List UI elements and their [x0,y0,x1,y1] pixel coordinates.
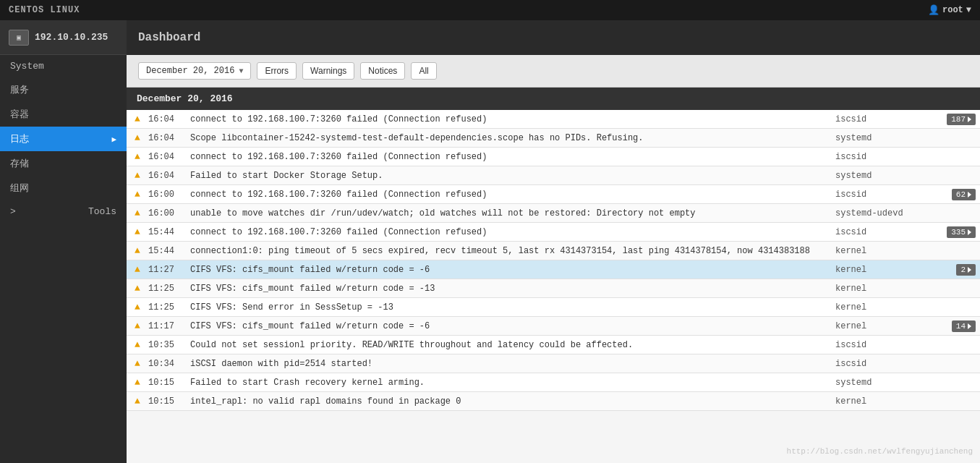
count-badge[interactable]: 335 [947,226,976,238]
user-dropdown-icon[interactable]: ▼ [966,5,971,15]
log-message: CIFS VFS: Send error in SessSetup = -13 [184,300,835,315]
log-time: 10:15 [148,378,184,388]
sidebar-item-system[interactable]: System [0,55,127,77]
log-time: 16:00 [148,208,184,218]
warning-icon: ▲ [127,339,148,350]
log-row[interactable]: ▲ 16:04 connect to 192.168.100.7:3260 fa… [127,148,980,166]
top-bar: CENTOS LINUX 👤 root ▼ [0,0,980,20]
log-count[interactable]: 2 [929,264,980,276]
log-message: intel_rapl: no valid rapl domains found … [184,394,835,409]
log-time: 16:00 [148,190,184,200]
log-source: iscsid [835,340,929,350]
log-source: iscsid [835,152,929,162]
log-row[interactable]: ▲ 15:44 connection1:0: ping timeout of 5… [127,242,980,260]
sidebar-label-storage: 存储 [10,157,29,170]
sidebar-label-system: System [10,61,44,72]
log-message: CIFS VFS: cifs_mount failed w/return cod… [184,281,835,297]
log-time: 10:34 [148,359,184,369]
server-name: 192.10.10.235 [35,32,108,43]
log-row[interactable]: ▲ 16:00 connect to 192.168.100.7:3260 fa… [127,185,980,204]
server-info[interactable]: ▣ 192.10.10.235 [0,20,127,55]
log-count[interactable]: 62 [929,189,980,200]
log-message: Failed to start Docker Storage Setup. [184,168,835,184]
sidebar-item-storage[interactable]: 存储 [0,151,127,176]
log-source: kernel [835,246,929,256]
filter-bar: December 20, 2016 ▼ Errors Warnings Noti… [127,55,980,88]
sidebar-item-network[interactable]: 组网 [0,176,127,200]
log-date-header: December 20, 2016 [127,88,980,110]
log-row[interactable]: ▲ 16:04 Scope libcontainer-15242-systemd… [127,129,980,148]
username: root [942,5,963,15]
warning-icon: ▲ [127,114,148,124]
warning-icon: ▲ [127,377,148,388]
log-time: 11:25 [148,284,184,294]
log-row[interactable]: ▲ 10:34 iSCSI daemon with pid=2514 start… [127,354,980,373]
warning-icon: ▲ [127,170,148,181]
log-message: connection1:0: ping timeout of 5 secs ex… [184,243,835,259]
log-source: systemd [835,133,929,143]
app-title: CENTOS LINUX [9,5,80,15]
log-source: iscsid [835,114,929,124]
sidebar-item-tools[interactable]: > Tools [0,200,127,223]
warning-icon: ▲ [127,208,148,218]
log-row[interactable]: ▲ 11:25 CIFS VFS: Send error in SessSetu… [127,298,980,317]
log-row[interactable]: ▲ 10:35 Could not set sessionl priority.… [127,336,980,354]
log-time: 11:25 [148,302,184,313]
log-row[interactable]: ▲ 15:44 connect to 192.168.100.7:3260 fa… [127,223,980,242]
sidebar-prefix-tools: > [10,206,16,217]
log-message: Failed to start Crash recovery kernel ar… [184,375,835,391]
log-count[interactable]: 14 [929,320,980,332]
count-badge[interactable]: 187 [947,114,976,125]
arrow-right-icon [968,192,971,197]
sidebar-item-container[interactable]: 容器 [0,102,127,127]
log-message: connect to 192.168.100.7:3260 failed (Co… [184,149,835,165]
log-source: kernel [835,321,929,331]
sidebar-label-network: 组网 [10,182,29,195]
arrow-right-icon [968,116,971,122]
log-time: 16:04 [148,152,184,162]
log-rows-container: ▲ 16:04 connect to 192.168.100.7:3260 fa… [127,110,980,411]
log-row[interactable]: ▲ 11:25 CIFS VFS: cifs_mount failed w/re… [127,279,980,298]
log-row[interactable]: ▲ 16:00 unable to move watches dir /run/… [127,204,980,223]
log-time: 10:35 [148,340,184,350]
warning-icon: ▲ [127,132,148,143]
log-area: December 20, 2016 ▲ 16:04 connect to 192… [127,88,980,463]
errors-button[interactable]: Errors [257,62,297,80]
main-layout: ▣ 192.10.10.235 System 服务 容器 日志 ▶ 存储 组网 … [0,20,980,463]
sidebar-item-service[interactable]: 服务 [0,77,127,102]
sidebar-item-logs[interactable]: 日志 ▶ [0,127,127,151]
page-header: Dashboard [127,20,980,55]
log-row[interactable]: ▲ 11:27 CIFS VFS: cifs_mount failed w/re… [127,260,980,279]
log-row[interactable]: ▲ 10:15 intel_rapl: no valid rapl domain… [127,392,980,411]
user-area[interactable]: 👤 root ▼ [928,4,971,16]
log-source: kernel [835,284,929,294]
log-row[interactable]: ▲ 16:04 Failed to start Docker Storage S… [127,166,980,185]
all-button[interactable]: All [411,62,436,80]
warning-icon: ▲ [127,245,148,256]
count-badge[interactable]: 14 [952,320,976,332]
sidebar: ▣ 192.10.10.235 System 服务 容器 日志 ▶ 存储 组网 … [0,20,127,463]
sidebar-arrow-logs: ▶ [111,135,116,144]
notices-button[interactable]: Notices [360,62,405,80]
log-time: 15:44 [148,227,184,237]
log-count[interactable]: 187 [929,114,980,125]
log-source: iscsid [835,359,929,369]
warning-icon: ▲ [127,320,148,331]
count-badge[interactable]: 62 [952,189,976,200]
log-message: iSCSI daemon with pid=2514 started! [184,356,835,372]
count-badge[interactable]: 2 [956,264,976,276]
log-time: 11:17 [148,321,184,331]
warning-icon: ▲ [127,264,148,275]
log-source: systemd [835,171,929,181]
log-time: 11:27 [148,265,184,275]
arrow-right-icon [968,229,971,235]
log-source: kernel [835,265,929,275]
warning-icon: ▲ [127,358,148,369]
log-count[interactable]: 335 [929,226,980,238]
log-row[interactable]: ▲ 10:15 Failed to start Crash recovery k… [127,373,980,392]
date-dropdown[interactable]: December 20, 2016 ▼ [138,62,251,80]
warnings-button[interactable]: Warnings [302,62,354,80]
log-message: unable to move watches dir /run/udev/wat… [184,205,835,221]
log-row[interactable]: ▲ 16:04 connect to 192.168.100.7:3260 fa… [127,110,980,129]
log-row[interactable]: ▲ 11:17 CIFS VFS: cifs_mount failed w/re… [127,317,980,336]
